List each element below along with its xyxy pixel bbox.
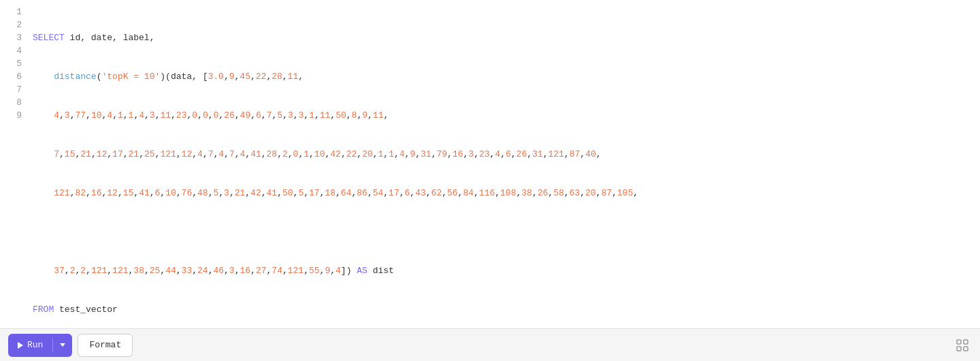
svg-rect-1 bbox=[964, 340, 968, 344]
toolbar: Run Format bbox=[0, 328, 980, 361]
svg-rect-0 bbox=[957, 340, 961, 344]
line-num-6: 6 bbox=[5, 70, 22, 83]
toolbar-left: Run Format bbox=[8, 334, 133, 357]
line-num-4: 4 bbox=[5, 44, 22, 57]
run-button[interactable]: Run bbox=[8, 334, 52, 357]
code-line-8: FROM test_vector bbox=[33, 303, 975, 316]
line-num-7: 7 bbox=[5, 83, 22, 96]
run-dropdown-button[interactable] bbox=[53, 334, 72, 357]
line-num-1: 1 bbox=[5, 5, 22, 18]
code-editor[interactable]: SELECT id, date, label, distance('topK =… bbox=[27, 5, 980, 323]
line-num-9: 9 bbox=[5, 109, 22, 122]
code-line-6 bbox=[33, 225, 975, 238]
line-num-5: 5 bbox=[5, 57, 22, 70]
line-num-3: 3 bbox=[5, 31, 22, 44]
run-label: Run bbox=[27, 340, 43, 350]
toolbar-right bbox=[953, 336, 972, 355]
format-button[interactable]: Format bbox=[78, 334, 133, 357]
code-line-2: distance('topK = 10')(data, [3.0,9,45,22… bbox=[33, 70, 975, 83]
line-num-2: 2 bbox=[5, 18, 22, 31]
code-line-4: 7,15,21,12,17,21,25,121,12,4,7,4,7,4,41,… bbox=[33, 148, 975, 161]
code-line-1: SELECT id, date, label, bbox=[33, 31, 975, 44]
editor-container: 1 2 3 4 5 6 7 8 9 SELECT id, date, label… bbox=[0, 0, 980, 361]
line-num-8: 8 bbox=[5, 96, 22, 109]
code-area: 1 2 3 4 5 6 7 8 9 SELECT id, date, label… bbox=[0, 0, 980, 328]
line-numbers: 1 2 3 4 5 6 7 8 9 bbox=[0, 5, 27, 323]
code-line-3: 4,3,77,10,4,1,1,4,3,11,23,0,0,0,26,49,6,… bbox=[33, 109, 975, 122]
grid-icon[interactable] bbox=[953, 336, 972, 355]
chevron-down-icon bbox=[60, 343, 65, 347]
code-line-5: 121,82,16,12,15,41,6,10,76,48,5,3,21,42,… bbox=[33, 187, 975, 200]
svg-rect-3 bbox=[964, 347, 968, 351]
svg-rect-2 bbox=[957, 347, 961, 351]
run-button-group: Run bbox=[8, 334, 72, 357]
play-icon bbox=[18, 342, 23, 349]
code-line-7: 37,2,2,121,121,38,25,44,33,24,46,3,16,27… bbox=[33, 264, 975, 277]
